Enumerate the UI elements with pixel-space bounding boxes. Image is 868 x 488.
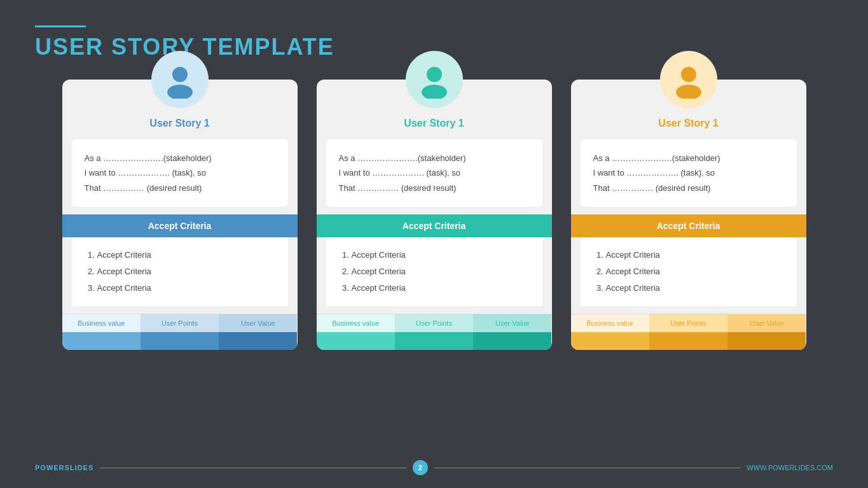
footer-bar-1c bbox=[219, 332, 297, 350]
header-accent-line bbox=[35, 25, 86, 27]
footer-bar-2c bbox=[473, 332, 551, 350]
story-line-1: As a ………………….(stakeholder) bbox=[85, 151, 275, 165]
user-icon-1 bbox=[161, 60, 199, 99]
svg-point-1 bbox=[167, 85, 193, 99]
card-3-story: As a ………………….(stakeholder) I want to ………… bbox=[581, 139, 797, 207]
story-line-2: I want to ………………. (task), so bbox=[339, 165, 530, 180]
brand-power: POWER bbox=[35, 464, 65, 471]
criteria-list-2: Accept Criteria Accept Criteria Accept C… bbox=[326, 237, 542, 306]
card-2-story: As a ………………….(stakeholder) I want to ………… bbox=[326, 139, 542, 207]
footer-label-business: Business value bbox=[571, 314, 649, 332]
card-3-title: User Story 1 bbox=[571, 115, 806, 129]
story-line-2: I want to ………………. (task), so bbox=[85, 165, 275, 180]
criteria-item: Accept Criteria bbox=[97, 263, 275, 280]
card-2-title: User Story 1 bbox=[317, 115, 552, 129]
svg-point-2 bbox=[427, 67, 442, 82]
page-footer: POWERSLIDES 2 WWW.POWERLIDES.COM bbox=[35, 460, 833, 475]
criteria-list-3: Accept Criteria Accept Criteria Accept C… bbox=[581, 237, 797, 306]
card-1: User Story 1 As a ………………….(stakeholder) … bbox=[62, 80, 298, 350]
footer-labels-3: Business value User Points User Value bbox=[571, 314, 806, 332]
footer-label-points: User Points bbox=[649, 314, 727, 332]
card-1-title: User Story 1 bbox=[62, 115, 298, 129]
criteria-item: Accept Criteria bbox=[352, 247, 530, 263]
criteria-item: Accept Criteria bbox=[97, 280, 275, 296]
avatar-bg-2 bbox=[406, 51, 463, 108]
story-line-1: As a ………………….(stakeholder) bbox=[593, 151, 784, 165]
footer-bar-1b bbox=[141, 332, 219, 350]
footer-labels-1: Business value User Points User Value bbox=[62, 314, 298, 332]
page: USER STORY TEMPLATE User Story 1 As a ……… bbox=[0, 0, 868, 488]
footer-page-number: 2 bbox=[413, 460, 428, 475]
footer-label-value: User Value bbox=[727, 314, 806, 332]
footer-bar-2b bbox=[395, 332, 473, 350]
avatar-bg-3 bbox=[660, 51, 717, 108]
footer-bar-3c bbox=[727, 332, 806, 350]
footer-url: WWW.POWERLIDES.COM bbox=[747, 464, 833, 471]
footer-bars-3 bbox=[571, 332, 806, 350]
footer-label-business: Business value bbox=[62, 314, 141, 332]
footer-bar-2a bbox=[317, 332, 395, 350]
card-3: User Story 1 As a ………………….(stakeholder) … bbox=[571, 80, 806, 350]
accept-bar-1: Accept Criteria bbox=[62, 214, 298, 237]
footer-bars-1 bbox=[62, 332, 298, 350]
footer-label-points: User Points bbox=[141, 314, 219, 332]
footer-label-business: Business value bbox=[317, 314, 395, 332]
accept-bar-3: Accept Criteria bbox=[571, 214, 806, 237]
cards-container: User Story 1 As a ………………….(stakeholder) … bbox=[35, 80, 833, 350]
story-line-3: That …………… (desired result) bbox=[339, 181, 530, 195]
criteria-item: Accept Criteria bbox=[97, 247, 275, 263]
avatar-bg-1 bbox=[151, 51, 209, 108]
footer-label-value: User Value bbox=[473, 314, 551, 332]
svg-point-4 bbox=[681, 67, 696, 82]
story-line-1: As a ………………….(stakeholder) bbox=[339, 151, 530, 165]
footer-brand: POWERSLIDES bbox=[35, 464, 93, 471]
criteria-item: Accept Criteria bbox=[352, 263, 530, 280]
story-line-3: That …………… (desired result) bbox=[85, 181, 275, 195]
footer-labels-2: Business value User Points User Value bbox=[317, 314, 552, 332]
svg-point-0 bbox=[172, 67, 188, 82]
story-line-2: I want to ………………. (task), so bbox=[593, 165, 784, 180]
footer-bar-1a bbox=[62, 332, 141, 350]
footer-label-value: User Value bbox=[219, 314, 297, 332]
card-1-story: As a ………………….(stakeholder) I want to ………… bbox=[72, 139, 288, 207]
svg-point-3 bbox=[422, 85, 447, 99]
footer-bar-3a bbox=[571, 332, 649, 350]
criteria-item: Accept Criteria bbox=[606, 247, 784, 263]
criteria-item: Accept Criteria bbox=[352, 280, 530, 296]
footer-label-points: User Points bbox=[395, 314, 473, 332]
footer-bars-2 bbox=[317, 332, 552, 350]
accept-bar-2: Accept Criteria bbox=[317, 214, 552, 237]
title-part2: TEMPLATE bbox=[202, 34, 334, 60]
story-line-3: That …………… (desired result) bbox=[593, 181, 784, 195]
criteria-item: Accept Criteria bbox=[606, 280, 784, 296]
criteria-item: Accept Criteria bbox=[606, 263, 784, 280]
footer-bar-3b bbox=[649, 332, 727, 350]
user-icon-2 bbox=[415, 60, 453, 99]
footer-line-left bbox=[100, 468, 406, 468]
brand-slides: SLIDES bbox=[65, 464, 94, 471]
footer-line-right bbox=[434, 468, 741, 468]
criteria-list-1: Accept Criteria Accept Criteria Accept C… bbox=[72, 237, 288, 306]
svg-point-5 bbox=[676, 85, 701, 99]
user-icon-3 bbox=[670, 60, 708, 99]
card-2: User Story 1 As a ………………….(stakeholder) … bbox=[317, 80, 552, 350]
